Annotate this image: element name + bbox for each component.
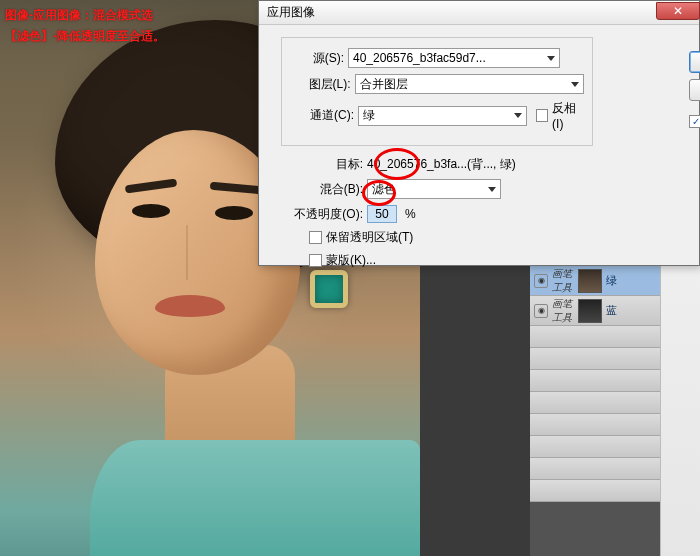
checkbox-icon: ✓ <box>689 115 700 128</box>
source-dropdown[interactable]: 40_206576_b3fac59d7... <box>348 48 560 68</box>
channel-value: 绿 <box>363 107 375 124</box>
dialog-titlebar[interactable]: 应用图像 ✕ <box>259 1 699 25</box>
mask-label: 蒙版(K)... <box>326 252 376 269</box>
source-value: 40_206576_b3fac59d7... <box>353 51 486 65</box>
source-group: 源(S): 40_206576_b3fac59d7... 图层(L): 合并图层… <box>281 37 593 146</box>
channel-label: 通道(C): <box>290 107 358 124</box>
opacity-input[interactable]: 50 <box>367 205 397 223</box>
layer-row[interactable]: ◉ 画笔工具 蓝 <box>530 296 660 326</box>
chevron-down-icon <box>514 113 522 118</box>
mask-checkbox[interactable]: 蒙版(K)... <box>309 252 376 269</box>
visibility-icon[interactable]: ◉ <box>534 304 548 318</box>
chevron-down-icon <box>571 82 579 87</box>
target-label: 目标: <box>281 156 367 173</box>
chevron-down-icon <box>488 187 496 192</box>
source-label: 源(S): <box>290 50 348 67</box>
layer-label: 图层(L): <box>290 76 355 93</box>
blend-label: 混合(B): <box>281 181 367 198</box>
tutorial-annotation: 图像-应用图像：混合模式选 【滤色】-降低透明度至合适。 <box>5 5 165 47</box>
target-value: 40_206576_b3fa...(背..., 绿) <box>367 156 516 173</box>
visibility-icon[interactable]: ◉ <box>534 274 548 288</box>
preserve-transparency-checkbox[interactable]: 保留透明区域(T) <box>309 229 413 246</box>
ok-button[interactable]: 确定 <box>689 51 700 73</box>
checkbox-icon <box>309 231 322 244</box>
checkbox-icon <box>536 109 548 122</box>
layer-row[interactable]: ◉ 画笔工具 绿 <box>530 266 660 296</box>
close-icon: ✕ <box>673 4 683 18</box>
dialog-title: 应用图像 <box>267 4 315 21</box>
layer-name: 蓝 <box>606 303 617 318</box>
opacity-label: 不透明度(O): <box>281 206 367 223</box>
close-button[interactable]: ✕ <box>656 2 700 20</box>
invert-checkbox[interactable]: 反相(I) <box>536 100 584 131</box>
layer-thumb <box>578 269 602 293</box>
chevron-down-icon <box>547 56 555 61</box>
cancel-button[interactable]: 取消 <box>689 79 700 101</box>
blend-dropdown[interactable]: 滤色 <box>367 179 501 199</box>
layer-value: 合并图层 <box>360 76 408 93</box>
channel-dropdown[interactable]: 绿 <box>358 106 527 126</box>
brush-label: 画笔工具 <box>552 297 574 325</box>
dialog-button-column: 确定 取消 ✓ 预览(P) <box>689 51 700 130</box>
layer-name: 绿 <box>606 273 617 288</box>
brush-label: 画笔工具 <box>552 267 574 295</box>
apply-image-dialog: 应用图像 ✕ 源(S): 40_206576_b3fac59d7... 图层(L… <box>258 0 700 266</box>
layer-thumb <box>578 299 602 323</box>
preserve-transparency-label: 保留透明区域(T) <box>326 229 413 246</box>
blend-value: 滤色 <box>372 181 396 198</box>
layer-dropdown[interactable]: 合并图层 <box>355 74 585 94</box>
invert-label: 反相(I) <box>552 100 584 131</box>
opacity-unit: % <box>405 207 416 221</box>
checkbox-icon <box>309 254 322 267</box>
preview-checkbox[interactable]: ✓ 预览(P) <box>689 113 700 130</box>
